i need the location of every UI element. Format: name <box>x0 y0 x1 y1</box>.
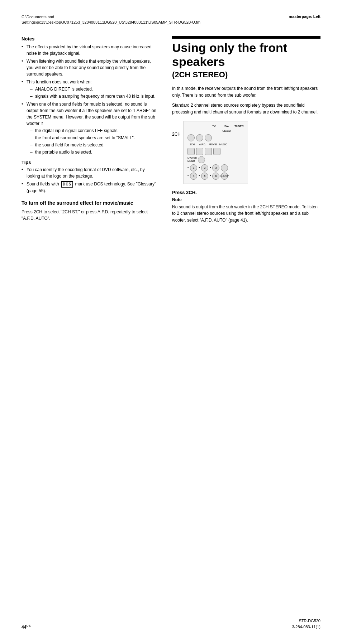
btn-4[interactable]: 4 <box>190 173 197 180</box>
surround-section: To turn off the surround effect for movi… <box>22 200 158 222</box>
btn-3[interactable]: 3 <box>212 164 219 171</box>
header: C:\Documents and Settings\pc13\Desktop\J… <box>22 14 320 25</box>
btn-music[interactable] <box>213 148 220 155</box>
dot-5a: • <box>199 173 200 179</box>
note-title: Note <box>172 197 320 202</box>
header-filepath: C:\Documents and Settings\pc13\Desktop\J… <box>22 14 200 25</box>
model-info: STR-DG520 3-284-083-11(1) <box>292 618 321 630</box>
dot-3a: • <box>210 165 211 170</box>
surround-title: To turn off the surround effect for movi… <box>22 200 158 207</box>
model-line2: 3-284-083-11(1) <box>292 624 321 630</box>
remote-image: TV SA-CD/CD TUNER 2CH A.F.D. MOVIE <box>184 121 248 184</box>
btn-extra1[interactable] <box>221 164 228 171</box>
right-body: In this mode, the receiver outputs the s… <box>172 85 320 115</box>
notes-sublist2: the digital input signal contains LFE si… <box>30 127 158 155</box>
tuner-btn[interactable] <box>205 134 212 141</box>
remote-source-row <box>187 134 244 141</box>
page-number: 44US <box>22 624 31 630</box>
notes-item-2: When listening with sound fields that em… <box>22 58 158 77</box>
notes-title: Notes <box>22 36 158 42</box>
remote-dvd-row: DVD/BDMENU <box>187 156 244 163</box>
remote-top-labels: TV SA-CD/CD TUNER <box>187 124 244 134</box>
sacd-btn[interactable] <box>196 134 203 141</box>
tips-title: Tips <box>22 160 158 165</box>
btn-5[interactable]: 5 <box>201 173 208 180</box>
model-line1: STR-DG520 <box>292 618 321 624</box>
header-masterpage: masterpage: Left <box>289 14 320 19</box>
dot-2a: • <box>199 165 200 170</box>
notes-sublist: ANALOG DIRECT is selected. signals with … <box>30 86 158 100</box>
btn-afd[interactable] <box>196 148 203 155</box>
remote-label: 2CH <box>172 132 181 137</box>
btn-extra2[interactable]: D.SKIP <box>221 173 228 180</box>
dot-4a: • <box>187 173 189 179</box>
note-body: No sound is output from the sub woofer i… <box>172 204 320 224</box>
remote-diagram: 2CH TV SA-CD/CD TUNER <box>172 121 320 184</box>
btn-dvdbd[interactable] <box>198 156 205 163</box>
right-column: Using only the front speakers (2CH STERE… <box>172 36 320 224</box>
tips-list: You can identity the encoding format of … <box>22 166 158 194</box>
tips-item-2: Sound fields with DCS mark use DCS techn… <box>22 181 158 194</box>
remote-num-row1: • 1 • 2 • 3 <box>187 164 244 171</box>
body-paragraph-1: In this mode, the receiver outputs the s… <box>172 85 320 98</box>
tv-btn[interactable] <box>187 134 195 141</box>
lbl-2ch: 2CH <box>187 142 197 147</box>
press-2ch-label: Press 2CH. <box>172 190 320 195</box>
notes-sub-5: the sound field for movie is selected. <box>30 142 158 148</box>
btn-6[interactable]: 6 <box>212 173 219 180</box>
dot-6a: • <box>210 173 211 179</box>
notes-sub-4: the front and surround speakers are set … <box>30 135 158 141</box>
lbl-music: MUSIC <box>219 142 228 147</box>
tuner-label: TUNER <box>234 124 244 134</box>
tv-label: TV <box>209 124 219 134</box>
section-subtitle: (2CH STEREO) <box>172 70 320 79</box>
page: C:\Documents and Settings\pc13\Desktop\J… <box>0 0 342 644</box>
dot-1a: • <box>187 165 189 170</box>
notes-item-1: The effects provided by the virtual spea… <box>22 44 158 57</box>
surround-body: Press 2CH to select "2CH ST." or press A… <box>22 209 158 222</box>
dcs-badge: DCS <box>61 181 73 188</box>
left-column: Notes The effects provided by the virtua… <box>22 36 158 224</box>
footer: 44US STR-DG520 3-284-083-11(1) <box>22 618 320 630</box>
dvd-bd-label: DVD/BDMENU <box>187 156 197 163</box>
btn-2[interactable]: 2 <box>201 164 208 171</box>
lbl-afd: A.F.D. <box>198 142 207 147</box>
body-paragraph-2: Standard 2 channel stereo sources comple… <box>172 102 320 115</box>
remote-mode-row <box>187 148 244 155</box>
note-section: Note No sound is output from the sub woo… <box>172 197 320 224</box>
content-columns: Notes The effects provided by the virtua… <box>22 36 320 224</box>
tips-item-1: You can identity the encoding format of … <box>22 166 158 179</box>
notes-sub-6: the portable audio is selected. <box>30 149 158 155</box>
notes-sub-2: signals with a sampling frequency of mor… <box>30 93 158 100</box>
section-main-title: Using only the front speakers <box>172 37 320 69</box>
notes-sub-3: the digital input signal contains LFE si… <box>30 127 158 134</box>
btn-2ch[interactable] <box>187 148 195 155</box>
remote-mode-labels: 2CH A.F.D. MOVIE MUSIC <box>187 142 244 147</box>
sacd-label: SA-CD/CD <box>220 124 233 134</box>
notes-sub-1: ANALOG DIRECT is selected. <box>30 86 158 92</box>
btn-1[interactable]: 1 <box>190 164 197 171</box>
btn-movie[interactable] <box>205 148 212 155</box>
lbl-movie: MOVIE <box>208 142 218 147</box>
notes-item-3: This function does not work when: ANALOG… <box>22 79 158 100</box>
notes-list: The effects provided by the virtual spea… <box>22 44 158 155</box>
notes-item-4: When one of the sound fields for music i… <box>22 101 158 155</box>
remote-num-row2: • 4 • 5 • 6 D.SKIP <box>187 173 244 180</box>
